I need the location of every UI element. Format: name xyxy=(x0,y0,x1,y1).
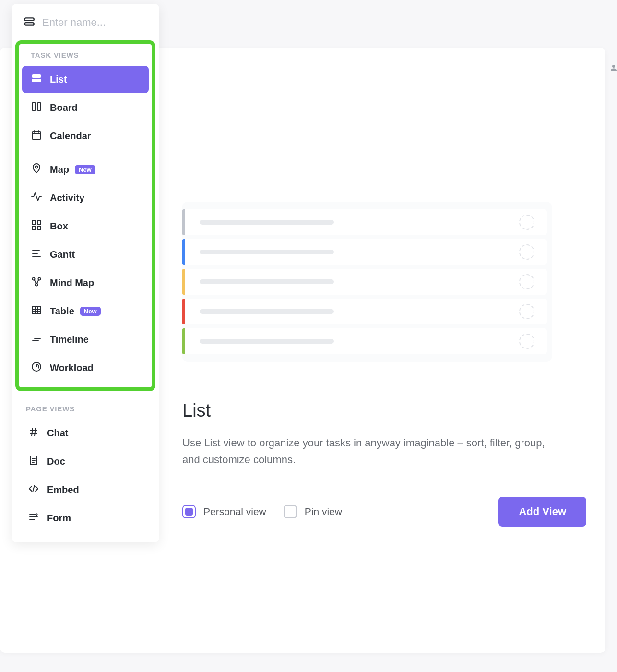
checkbox-icon xyxy=(182,505,196,518)
new-badge: New xyxy=(80,307,101,316)
svg-point-21 xyxy=(36,284,38,286)
personal-view-checkbox[interactable]: Personal view xyxy=(182,505,266,518)
task-view-calendar[interactable]: Calendar xyxy=(22,122,149,150)
preview-bar xyxy=(200,309,334,314)
view-label: Calendar xyxy=(50,131,91,142)
assignee-placeholder-icon xyxy=(519,274,534,289)
list-preview-card xyxy=(182,202,552,362)
svg-rect-13 xyxy=(37,221,41,224)
task-view-map[interactable]: MapNew xyxy=(22,156,149,183)
checkbox-icon xyxy=(284,505,297,518)
assignee-placeholder-icon xyxy=(519,244,534,260)
preview-row xyxy=(182,299,547,324)
view-label: Workload xyxy=(50,362,94,373)
mindmap-icon xyxy=(31,276,42,290)
table-icon xyxy=(31,304,42,318)
view-label: Activity xyxy=(50,192,84,204)
view-label: Timeline xyxy=(50,334,89,345)
calendar-icon xyxy=(31,129,42,143)
doc-icon xyxy=(28,455,39,468)
svg-line-35 xyxy=(35,428,36,436)
task-view-timeline[interactable]: Timeline xyxy=(22,326,149,353)
task-view-activity[interactable]: Activity xyxy=(22,184,149,212)
board-icon xyxy=(31,101,42,115)
task-view-workload[interactable]: Workload xyxy=(22,354,149,382)
preview-bar xyxy=(200,250,334,254)
personal-view-label: Personal view xyxy=(203,506,266,517)
preview-bar xyxy=(200,279,334,284)
svg-rect-12 xyxy=(32,221,36,224)
svg-rect-22 xyxy=(32,306,41,314)
pin-view-label: Pin view xyxy=(305,506,342,517)
task-views-highlight: TASK VIEWS ListBoardCalendarMapNewActivi… xyxy=(15,40,155,391)
view-picker-panel: TASK VIEWS ListBoardCalendarMapNewActivi… xyxy=(12,4,159,542)
hash-icon xyxy=(28,426,39,440)
page-views-section-label: PAGE VIEWS xyxy=(12,391,159,419)
activity-icon xyxy=(31,191,42,205)
divider xyxy=(24,153,147,153)
view-name-input[interactable] xyxy=(42,16,148,29)
workload-icon xyxy=(31,361,42,375)
preview-bar xyxy=(200,339,334,344)
assignee-placeholder-icon xyxy=(519,304,534,319)
page-view-doc[interactable]: Doc xyxy=(19,448,152,475)
svg-rect-3 xyxy=(32,75,41,77)
task-view-list[interactable]: List xyxy=(22,66,149,93)
view-detail-description: Use List view to organize your tasks in … xyxy=(182,434,547,468)
embed-icon xyxy=(28,483,39,497)
svg-rect-7 xyxy=(32,132,41,139)
page-view-chat[interactable]: Chat xyxy=(19,420,152,447)
preview-row xyxy=(182,269,547,295)
page-view-form[interactable]: Form xyxy=(19,504,152,532)
new-badge: New xyxy=(75,165,95,174)
view-label: Form xyxy=(47,513,71,524)
preview-row xyxy=(182,209,547,235)
preview-row xyxy=(182,239,547,265)
preview-bar xyxy=(200,220,334,225)
map-pin-icon xyxy=(31,163,42,177)
svg-rect-6 xyxy=(37,103,41,110)
view-label: Map xyxy=(50,164,69,175)
view-label: Chat xyxy=(47,428,68,439)
task-views-section-label: TASK VIEWS xyxy=(22,47,149,65)
svg-rect-2 xyxy=(24,23,34,25)
view-label: List xyxy=(50,74,67,85)
view-label: Embed xyxy=(47,484,79,495)
view-label: Doc xyxy=(47,456,65,467)
task-view-box[interactable]: Box xyxy=(22,213,149,240)
pin-view-checkbox[interactable]: Pin view xyxy=(284,505,342,518)
user-icon xyxy=(609,63,615,75)
name-input-row xyxy=(12,12,159,40)
form-icon xyxy=(28,511,39,525)
list-icon xyxy=(23,15,36,30)
task-view-gantt[interactable]: Gantt xyxy=(22,241,149,268)
task-view-mindmap[interactable]: Mind Map xyxy=(22,269,149,297)
svg-rect-1 xyxy=(24,18,34,20)
view-label: Mind Map xyxy=(50,277,94,288)
svg-point-0 xyxy=(612,65,615,68)
view-label: Table xyxy=(50,306,74,317)
svg-rect-15 xyxy=(37,226,41,229)
assignee-placeholder-icon xyxy=(519,215,534,230)
timeline-icon xyxy=(31,333,42,347)
page-view-embed[interactable]: Embed xyxy=(19,476,152,504)
task-view-table[interactable]: TableNew xyxy=(22,298,149,325)
gantt-icon xyxy=(31,248,42,262)
svg-line-34 xyxy=(32,428,33,436)
svg-point-11 xyxy=(36,166,38,168)
svg-rect-14 xyxy=(32,226,36,229)
options-row: Personal view Pin view Add View xyxy=(182,497,605,527)
box-grid-icon xyxy=(31,219,42,233)
list-icon xyxy=(31,72,42,86)
view-label: Box xyxy=(50,221,68,232)
view-label: Board xyxy=(50,102,78,113)
svg-rect-4 xyxy=(32,79,41,82)
assignee-placeholder-icon xyxy=(519,334,534,349)
svg-line-40 xyxy=(33,485,35,492)
add-view-button[interactable]: Add View xyxy=(498,497,586,527)
preview-row xyxy=(182,328,547,354)
view-detail-title: List xyxy=(182,400,605,421)
view-label: Gantt xyxy=(50,249,75,260)
svg-rect-5 xyxy=(32,103,36,110)
task-view-board[interactable]: Board xyxy=(22,94,149,121)
